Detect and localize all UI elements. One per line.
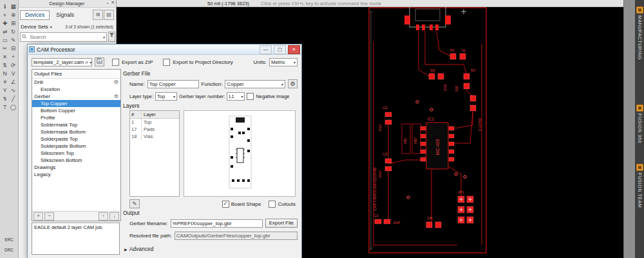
value-icon[interactable]: V bbox=[9, 70, 17, 78]
ripup-icon[interactable]: ↯ bbox=[1, 95, 9, 103]
tab-devices[interactable]: Devices bbox=[20, 10, 50, 20]
tree-item-soldermask-top[interactable]: Soldermask Top bbox=[32, 121, 120, 128]
tree-item-soldermask-bottom[interactable]: Soldermask Bottom bbox=[32, 128, 120, 135]
erc-button[interactable]: ERC bbox=[0, 237, 18, 242]
negative-image-checkbox[interactable] bbox=[247, 93, 254, 100]
dialog-titlebar[interactable]: CAM Processor — ▢ ✕ bbox=[28, 45, 301, 55]
gerber-filename-input[interactable] bbox=[171, 219, 263, 228]
wire-icon[interactable]: ╱ bbox=[9, 95, 17, 103]
table-row[interactable]: 17 Pads bbox=[130, 126, 179, 133]
layer-settings-icon[interactable]: ▦ bbox=[9, 3, 17, 11]
advanced-expander[interactable]: ▶ Advanced bbox=[124, 246, 153, 252]
pcb-label: R2 bbox=[471, 68, 475, 72]
pcb-label: N$1 bbox=[403, 137, 407, 144]
name-input[interactable] bbox=[147, 80, 199, 88]
smash-icon[interactable]: ✳ bbox=[1, 78, 9, 86]
edit-layers-button[interactable]: ✎ bbox=[129, 199, 140, 208]
maximize-button[interactable]: ▢ bbox=[274, 45, 286, 54]
tree-item-silkscreen-top[interactable]: Silkscreen Top bbox=[32, 150, 120, 157]
tree-item-silkscreen-bottom[interactable]: Silkscreen Bottom bbox=[32, 157, 120, 164]
search-box[interactable]: ▾ bbox=[20, 32, 107, 42]
paste-icon[interactable]: ⊟ bbox=[9, 45, 17, 53]
mark-icon[interactable]: ⊕ bbox=[9, 11, 17, 19]
table-row[interactable]: 18 Vias bbox=[130, 133, 179, 140]
rotate-icon[interactable]: ↻ bbox=[9, 28, 17, 36]
units-combo[interactable]: Metric ▾ bbox=[269, 58, 298, 66]
tab-manufacturing[interactable]: MANUFACTURING bbox=[635, 5, 644, 60]
refresh-icon[interactable]: ⟳ bbox=[85, 60, 88, 64]
show-icon[interactable]: ⌖ bbox=[1, 11, 9, 19]
cut-icon[interactable]: ✂ bbox=[1, 45, 9, 53]
add-part-icon[interactable]: + bbox=[9, 53, 17, 61]
filter-icon[interactable] bbox=[108, 32, 115, 42]
grid-view-icon[interactable]: ⊞ bbox=[93, 10, 103, 20]
gear-icon[interactable]: ⚙ bbox=[114, 93, 118, 100]
tab-fusion-team[interactable]: FUSION TEAM bbox=[635, 163, 644, 208]
layers-table[interactable]: # Layer 1 Top 17 Pads 18 Vias bbox=[129, 110, 180, 197]
text-icon[interactable]: T bbox=[1, 103, 9, 112]
chevron-down-icon: ▾ bbox=[294, 60, 296, 64]
add-output-button[interactable]: + bbox=[33, 212, 43, 221]
search-input[interactable] bbox=[28, 34, 102, 41]
tree-item-drawings[interactable]: Drawings bbox=[32, 164, 120, 171]
tree-item-gerber[interactable]: Gerber ⚙ bbox=[32, 93, 120, 100]
route-icon[interactable]: ∿ bbox=[9, 86, 17, 95]
pcb-label: CAP UNPOLARIZEDFAB bbox=[373, 167, 377, 211]
export-zip-checkbox[interactable] bbox=[112, 59, 119, 66]
tree-item-top-copper[interactable]: Top Copper bbox=[32, 100, 120, 107]
layer-name: Vias bbox=[142, 133, 153, 140]
group-icon[interactable]: ▭ bbox=[1, 36, 9, 45]
close-panel-icon[interactable]: ✕ bbox=[111, 0, 115, 5]
tree-item-bottom-copper[interactable]: Bottom Copper bbox=[32, 107, 120, 114]
tree-item-drill[interactable]: Drill ⚙ bbox=[32, 79, 120, 86]
cutouts-checkbox[interactable] bbox=[269, 201, 276, 208]
info-icon[interactable]: ℹ bbox=[1, 3, 9, 11]
gear-icon[interactable]: ⚙ bbox=[114, 79, 118, 86]
layer-type-combo[interactable]: Top ▾ bbox=[155, 92, 177, 101]
tree-item-profile[interactable]: Profile bbox=[32, 114, 120, 121]
move-icon[interactable]: ✚ bbox=[1, 19, 9, 28]
name-icon[interactable]: N bbox=[1, 70, 9, 78]
chevron-down-icon[interactable]: ▾ bbox=[103, 35, 105, 39]
delete-icon[interactable]: ✕ bbox=[1, 53, 9, 61]
panel-title: Design Manager bbox=[49, 1, 84, 6]
pinswap-icon[interactable]: ⇅ bbox=[1, 61, 9, 70]
tree-item-solderpaste-bottom[interactable]: Solderpaste Bottom bbox=[32, 143, 120, 150]
board-shape-checkbox[interactable] bbox=[222, 201, 229, 208]
pin-panel-icon[interactable]: ⌄ bbox=[106, 0, 109, 5]
copy-icon[interactable]: ⊞ bbox=[9, 19, 17, 28]
tab-fusion-360[interactable]: FUSION 360 bbox=[635, 103, 644, 143]
miter-icon[interactable]: ∠ bbox=[9, 78, 17, 86]
list-view-icon[interactable]: ▤ bbox=[104, 10, 114, 20]
chevron-down-icon[interactable]: ▾ bbox=[50, 25, 52, 29]
circle-icon[interactable]: ◯ bbox=[9, 103, 17, 112]
replace-icon[interactable]: ⟳ bbox=[9, 61, 17, 70]
move-down-button[interactable]: ↓ bbox=[109, 212, 119, 221]
function-settings-button[interactable]: ⚙ bbox=[288, 79, 298, 88]
device-sets-label[interactable]: Device Sets bbox=[21, 24, 48, 30]
drc-button[interactable]: DRC bbox=[0, 248, 18, 252]
tree-item-legacy[interactable]: Legacy bbox=[32, 171, 120, 178]
tree-item-excellon[interactable]: Excellon bbox=[32, 86, 120, 93]
change-icon[interactable]: ✎ bbox=[9, 36, 17, 45]
remove-output-button[interactable]: − bbox=[44, 212, 54, 221]
tree-item-solderpaste-top[interactable]: Solderpaste Top bbox=[32, 135, 120, 143]
save-job-button[interactable] bbox=[95, 57, 104, 66]
close-button[interactable]: ✕ bbox=[288, 45, 300, 54]
board-shape-label: Board Shape bbox=[231, 201, 261, 207]
export-file-button[interactable]: Export File bbox=[265, 219, 298, 228]
gerber-layer-combo[interactable]: L1 ▾ bbox=[227, 92, 245, 101]
layer-preview-art bbox=[184, 111, 295, 196]
move-up-button[interactable]: ↑ bbox=[99, 212, 108, 221]
mirror-icon[interactable]: ⇄ bbox=[1, 28, 9, 36]
cam-preset-combo[interactable]: template_2_layer.cam ⟳ ▾ bbox=[32, 58, 92, 66]
tab-label: FUSION TEAM bbox=[638, 173, 642, 208]
table-row[interactable]: 1 Top bbox=[130, 119, 179, 126]
function-combo[interactable]: Copper ▾ bbox=[225, 80, 285, 88]
advanced-label: Advanced bbox=[129, 246, 154, 252]
command-line-hint[interactable]: Click or press Ctrl+L key to activate co… bbox=[261, 1, 381, 6]
split-icon[interactable]: Y bbox=[1, 86, 9, 95]
export-project-checkbox[interactable] bbox=[163, 59, 170, 66]
minimize-button[interactable]: — bbox=[260, 45, 272, 54]
tab-signals[interactable]: Signals bbox=[51, 10, 79, 20]
